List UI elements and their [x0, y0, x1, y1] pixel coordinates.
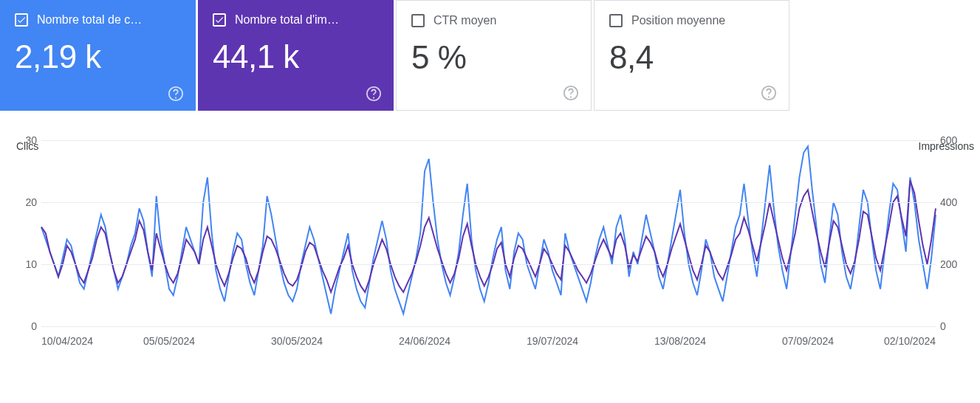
card-value: 5 % [411, 39, 576, 76]
help-icon[interactable] [563, 85, 579, 101]
card-value: 8,4 [609, 39, 774, 76]
x-tick: 24/06/2024 [399, 335, 450, 347]
help-icon[interactable] [366, 86, 382, 102]
x-axis: 10/04/202405/05/202430/05/202424/06/2024… [41, 335, 936, 353]
card-label: Position moyenne [631, 14, 725, 27]
card-label: Nombre total de c… [37, 13, 142, 27]
impressions-card[interactable]: Nombre total d'im… 44,1 k [198, 0, 394, 111]
series-clics [41, 146, 936, 314]
card-header: Nombre total de c… [15, 13, 181, 27]
card-label: Nombre total d'im… [235, 13, 339, 27]
x-tick: 13/08/2024 [654, 335, 706, 347]
y-tick-left: 10 [16, 258, 37, 270]
checkbox-icon [213, 13, 226, 27]
checkbox-icon [411, 14, 425, 27]
card-header: Position moyenne [609, 14, 774, 27]
y-tick-right: 600 [940, 134, 965, 146]
y-tick-left: 30 [16, 134, 37, 146]
x-tick: 07/09/2024 [782, 335, 834, 347]
chart-lines [41, 140, 936, 326]
series-impressions [41, 181, 936, 292]
card-header: CTR moyen [411, 14, 576, 27]
y-tick-right: 200 [940, 258, 965, 270]
x-tick: 05/05/2024 [143, 335, 195, 347]
y-tick-right: 0 [940, 320, 965, 332]
x-tick: 02/10/2024 [884, 335, 936, 347]
x-tick: 19/07/2024 [527, 335, 578, 347]
card-label: CTR moyen [434, 14, 496, 27]
card-value: 2,19 k [15, 38, 181, 75]
x-tick: 30/05/2024 [271, 335, 323, 347]
y-tick-left: 0 [16, 320, 37, 332]
card-value: 44,1 k [213, 38, 379, 75]
plot-area[interactable]: 00102002040030600 [41, 140, 936, 326]
checkbox-icon [15, 13, 28, 27]
clicks-card[interactable]: Nombre total de c… 2,19 k [0, 0, 196, 111]
ctr-card[interactable]: CTR moyen 5 % [396, 0, 592, 111]
checkbox-icon [609, 14, 623, 27]
y-tick-right: 400 [940, 196, 965, 208]
help-icon[interactable] [168, 86, 184, 102]
x-tick: 10/04/2024 [41, 335, 93, 347]
chart: Clics Impressions 00102002040030600 10/0… [0, 140, 980, 353]
help-icon[interactable] [761, 85, 777, 101]
card-header: Nombre total d'im… [213, 13, 379, 27]
position-card[interactable]: Position moyenne 8,4 [594, 0, 789, 111]
metric-cards-row: Nombre total de c… 2,19 k Nombre total d… [0, 0, 980, 111]
y-tick-left: 20 [16, 196, 37, 208]
